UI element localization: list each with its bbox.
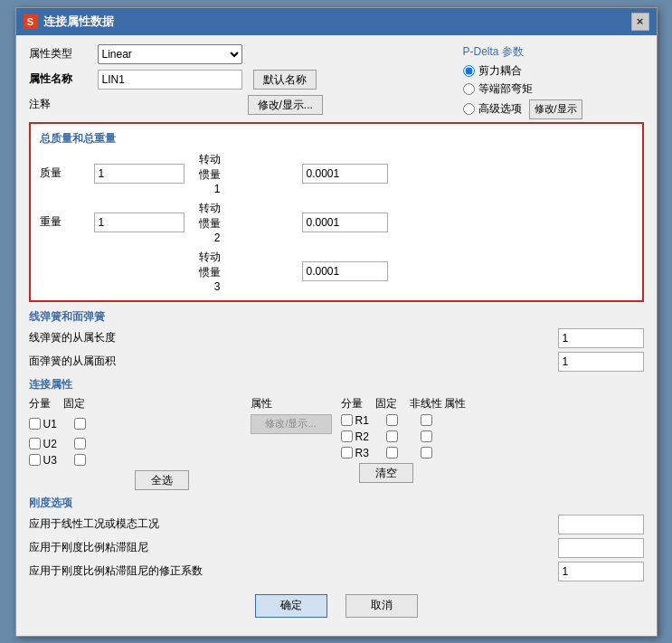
stiffness-title: 刚度选项	[29, 496, 644, 511]
spring-section: 线弹簧和面弹簧 线弹簧的从属长度 面弹簧的从属面积	[29, 309, 644, 372]
u3-fixed-cell	[63, 454, 98, 466]
cancel-button[interactable]: 取消	[345, 594, 418, 618]
mass-input[interactable]	[94, 164, 185, 184]
link-right-buttons: 清空	[341, 463, 644, 483]
stiffness-section: 刚度选项 应用于线性工况或模态工况 应用于刚度比例粘滞阻尼 应用于刚度比例粘滞阻…	[29, 496, 644, 582]
spring-title: 线弹簧和面弹簧	[29, 309, 644, 325]
pdelta-option-2-row: 高级选项 修改/显示	[463, 99, 644, 119]
dialog-body: 属性类型 LinearNonlinearMultilinear ElasticM…	[16, 35, 657, 636]
u2-row: U2	[29, 438, 63, 450]
pdelta-label-2: 高级选项	[478, 101, 522, 117]
area-spring-row: 面弹簧的从属面积	[29, 352, 644, 372]
inertia3-label: 转动惯量 3	[194, 250, 230, 293]
link-properties-title: 连接属性	[29, 377, 644, 392]
app-icon: S	[24, 14, 38, 29]
pdelta-radio-1[interactable]	[463, 83, 475, 95]
col-prop-left: 属性	[251, 396, 332, 411]
u1-checkbox[interactable]	[29, 418, 41, 430]
dialog-title: 连接属性数据	[43, 14, 114, 30]
select-all-button[interactable]: 全选	[135, 470, 189, 490]
pdelta-label-1: 等端部弯矩	[478, 81, 533, 97]
stiffness-row-1: 应用于刚度比例粘滞阻尼	[29, 538, 644, 558]
stiffness-input-0[interactable]	[558, 515, 644, 534]
r2-checkbox[interactable]	[341, 430, 353, 442]
pdelta-modify-button[interactable]: 修改/显示	[529, 99, 582, 119]
r3-label: R3	[355, 447, 369, 459]
u1-fixed-cell	[63, 418, 98, 430]
clear-button[interactable]: 清空	[359, 463, 413, 483]
u3-row: U3	[29, 454, 63, 467]
ok-button[interactable]: 确定	[255, 594, 327, 618]
inertia1-input[interactable]	[302, 164, 388, 184]
close-button[interactable]: ×	[631, 13, 649, 31]
u1-fixed-checkbox[interactable]	[74, 418, 86, 430]
r3-fixed-checkbox[interactable]	[386, 447, 398, 459]
inertia2-input[interactable]	[302, 213, 388, 232]
col-dof-right: 分量	[341, 396, 375, 411]
property-type-row: 属性类型 LinearNonlinearMultilinear ElasticM…	[29, 44, 454, 64]
r3-nonlinear-cell	[410, 447, 444, 459]
u3-label: U3	[43, 454, 57, 467]
property-name-input[interactable]	[98, 70, 242, 90]
line-spring-input[interactable]	[558, 328, 644, 348]
r1-checkbox[interactable]	[341, 414, 353, 426]
u1-modify-button[interactable]: 修改/显示...	[251, 414, 332, 434]
pdelta-title: P-Delta 参数	[463, 44, 644, 60]
col-dof-left: 分量	[29, 396, 63, 411]
r2-label: R2	[355, 430, 369, 443]
r2-nonlinear-checkbox[interactable]	[421, 430, 432, 442]
r1-label: R1	[355, 414, 369, 427]
r2-fixed-checkbox[interactable]	[386, 430, 398, 442]
r3-fixed-cell	[375, 447, 410, 459]
stiffness-input-2[interactable]	[558, 562, 644, 582]
line-spring-row: 线弹簧的从属长度	[29, 328, 644, 348]
link-right-side: 分量 固定 非线性 属性 R1	[332, 396, 644, 490]
notes-modify-button[interactable]: 修改/显示...	[248, 95, 323, 115]
pdelta-label-0: 剪力耦合	[478, 63, 522, 79]
mass-label: 质量	[40, 165, 94, 181]
property-name-label: 属性名称	[29, 71, 92, 87]
title-bar: S 连接属性数据 ×	[16, 8, 657, 35]
stiffness-label-2: 应用于刚度比例粘滞阻尼的修正系数	[29, 563, 558, 579]
pdelta-option-1[interactable]: 等端部弯矩	[463, 81, 644, 97]
inertia3-input[interactable]	[302, 261, 388, 281]
r1-nonlinear-checkbox[interactable]	[421, 414, 432, 426]
col-fixed-right: 固定	[375, 396, 410, 411]
u2-fixed-cell	[63, 438, 98, 449]
pdelta-radio-0[interactable]	[463, 65, 475, 77]
link-left-side: 分量 固定 属性 U1	[29, 396, 332, 490]
stiffness-row-0: 应用于线性工况或模态工况	[29, 515, 644, 534]
inertia2-label: 转动惯量 2	[194, 201, 230, 244]
r2-fixed-cell	[375, 430, 410, 442]
line-spring-label: 线弹簧的从属长度	[29, 330, 558, 345]
stiffness-label-1: 应用于刚度比例粘滞阻尼	[29, 540, 558, 555]
main-dialog: S 连接属性数据 × 属性类型 LinearNonlinearMultiline…	[15, 7, 658, 637]
property-type-select[interactable]: LinearNonlinearMultilinear ElasticMultil…	[98, 44, 242, 64]
pdelta-option-0[interactable]: 剪力耦合	[463, 63, 644, 79]
notes-label: 注释	[29, 97, 92, 112]
u2-checkbox[interactable]	[29, 438, 41, 449]
bottom-buttons: 确定 取消	[29, 594, 644, 627]
stiffness-row-2: 应用于刚度比例粘滞阻尼的修正系数	[29, 562, 644, 582]
area-spring-label: 面弹簧的从属面积	[29, 354, 558, 369]
r1-fixed-checkbox[interactable]	[386, 414, 398, 426]
r1-fixed-cell	[375, 414, 410, 426]
u2-fixed-checkbox[interactable]	[74, 438, 86, 449]
r2-row: R2	[341, 430, 375, 443]
r3-checkbox[interactable]	[341, 447, 353, 459]
u3-checkbox[interactable]	[29, 454, 41, 466]
property-type-label: 属性类型	[29, 46, 92, 61]
r1-nonlinear-cell	[410, 414, 444, 426]
r3-nonlinear-checkbox[interactable]	[421, 447, 432, 459]
area-spring-input[interactable]	[558, 352, 644, 372]
pdelta-radio-2[interactable]	[463, 103, 475, 115]
stiffness-label-0: 应用于线性工况或模态工况	[29, 516, 558, 532]
title-bar-left: S 连接属性数据	[24, 14, 114, 30]
inertia1-label: 转动惯量 1	[194, 152, 230, 195]
weight-input[interactable]	[94, 213, 185, 232]
weight-label: 重量	[40, 214, 94, 230]
u3-fixed-checkbox[interactable]	[74, 454, 86, 466]
default-name-button[interactable]: 默认名称	[253, 70, 317, 90]
stiffness-input-1[interactable]	[558, 538, 644, 558]
mass-weight-section: 总质量和总重量 质量 转动惯量 1 重量 转动惯量 2 转动惯量 3	[29, 122, 644, 302]
